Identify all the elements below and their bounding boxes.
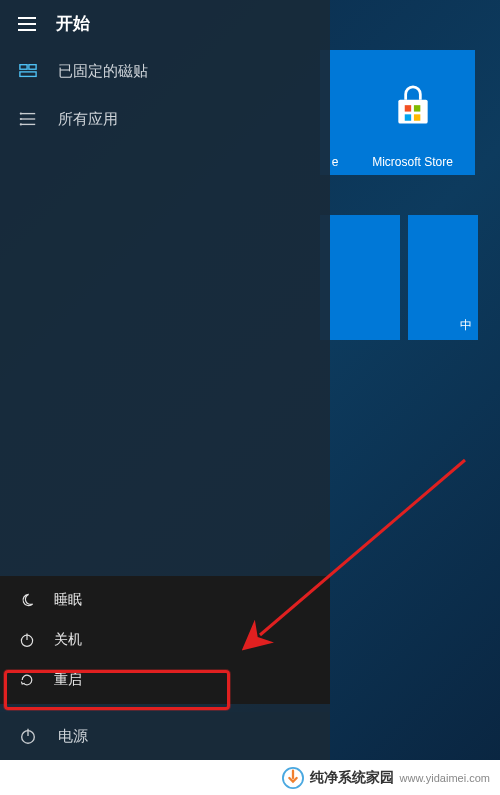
menu-all-apps[interactable]: 所有应用	[0, 95, 330, 143]
tile-row-2: 中	[320, 215, 486, 340]
power-shutdown[interactable]: 关机	[0, 620, 330, 660]
svg-point-11	[20, 113, 22, 115]
menu-pinned-tiles[interactable]: 已固定的磁贴	[0, 47, 330, 95]
power-label: 电源	[58, 727, 88, 746]
menu-label-pinned: 已固定的磁贴	[58, 62, 148, 81]
power-icon	[18, 726, 38, 746]
svg-rect-1	[404, 105, 410, 111]
pinned-tiles-icon	[18, 61, 38, 81]
power-options-popup: 睡眠 关机 重启	[0, 576, 330, 704]
watermark-logo-icon	[282, 767, 304, 789]
hamburger-icon[interactable]	[18, 17, 36, 31]
svg-rect-3	[404, 114, 410, 120]
start-title: 开始	[56, 12, 90, 35]
restart-label: 重启	[54, 671, 82, 689]
menu-label-allapps: 所有应用	[58, 110, 118, 129]
watermark-name: 纯净系统家园	[310, 769, 394, 787]
sleep-icon	[18, 591, 36, 609]
start-menu-panel: 开始 已固定的磁贴 所有应用 Administrator 文档	[0, 0, 330, 760]
tile-partial-2[interactable]: 中	[408, 215, 478, 340]
svg-point-12	[20, 118, 22, 120]
store-icon	[391, 85, 435, 129]
tile-partial-1[interactable]	[320, 215, 400, 340]
svg-rect-4	[413, 114, 419, 120]
tile-partial-label: 中	[460, 317, 472, 334]
svg-rect-7	[20, 72, 36, 77]
sleep-label: 睡眠	[54, 591, 82, 609]
shutdown-label: 关机	[54, 631, 82, 649]
svg-rect-2	[413, 105, 419, 111]
watermark-bar: 纯净系统家园 www.yidaimei.com	[0, 760, 500, 795]
restart-icon	[18, 671, 36, 689]
svg-rect-0	[398, 99, 427, 123]
power-restart[interactable]: 重启	[0, 660, 330, 700]
shutdown-icon	[18, 631, 36, 649]
start-tiles-area: e Microsoft Store 中	[330, 0, 500, 760]
svg-rect-5	[20, 65, 27, 70]
power-sleep[interactable]: 睡眠	[0, 580, 330, 620]
start-bottom-section: Administrator 文档 睡眠 关机	[0, 616, 330, 760]
svg-rect-6	[29, 65, 36, 70]
menu-power[interactable]: 电源	[0, 712, 330, 760]
start-header: 开始	[0, 0, 330, 47]
all-apps-icon	[18, 109, 38, 129]
tile-microsoft-store[interactable]: Microsoft Store	[350, 50, 475, 175]
watermark-url: www.yidaimei.com	[400, 772, 490, 784]
svg-point-13	[20, 123, 22, 125]
tile-label-store: Microsoft Store	[372, 155, 453, 169]
